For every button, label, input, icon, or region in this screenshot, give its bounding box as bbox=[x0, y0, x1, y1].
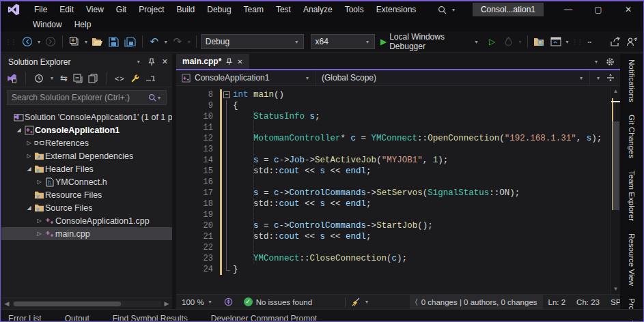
switch-views-icon[interactable] bbox=[7, 74, 17, 83]
tab-pin-icon[interactable] bbox=[226, 58, 232, 65]
menu-debug[interactable]: Debug bbox=[201, 3, 237, 16]
project-dropdown[interactable]: ConsoleApplication1 ▾ bbox=[176, 70, 316, 85]
bottom-tab-find-symbol-results[interactable]: Find Symbol Results bbox=[113, 314, 188, 321]
side-tab-team-explorer[interactable]: Team Explorer bbox=[628, 171, 636, 221]
collapsed-arrow-icon[interactable]: ▷ bbox=[35, 231, 44, 237]
panel-options-icon[interactable]: ▾ bbox=[136, 59, 141, 65]
code-line-24[interactable]: 24} bbox=[176, 264, 611, 275]
menu-analyze[interactable]: Analyze bbox=[297, 3, 339, 16]
tree-item-consoleapplication1[interactable]: ◢ConsoleApplication1 bbox=[1, 123, 172, 136]
show-all-files-icon[interactable] bbox=[88, 74, 98, 83]
code-line-12[interactable]: 12 MotomanController* c = YMConnect::Ope… bbox=[176, 133, 611, 144]
code-line-22[interactable]: 22 bbox=[176, 242, 611, 253]
code-line-18[interactable]: 18 std::cout << s << endl; bbox=[176, 199, 611, 209]
bottom-tab-error-list[interactable]: Error List bbox=[8, 314, 42, 321]
view-code-icon[interactable]: <> bbox=[115, 74, 125, 83]
code-line-8[interactable]: 8−int main() bbox=[176, 89, 611, 100]
editor-vscrollbar[interactable]: ▲ ▼ bbox=[611, 86, 620, 294]
output-window-icon[interactable] bbox=[548, 33, 563, 50]
hot-reload-button[interactable] bbox=[501, 33, 516, 50]
code-line-9[interactable]: 9{ bbox=[176, 100, 611, 111]
code-line-23[interactable]: 23 YMConnect::CloseConnection(c); bbox=[176, 253, 611, 264]
save-icon[interactable] bbox=[107, 33, 122, 50]
code-line-20[interactable]: 20 s = c->ControlCommands->StartJob(); bbox=[176, 220, 611, 231]
document-health-indicator[interactable]: ✓ No issues found bbox=[238, 295, 318, 309]
tree-item-references[interactable]: ▷References bbox=[1, 136, 172, 149]
bottom-tab-developer-command-prompt[interactable]: Developer Command Prompt bbox=[211, 314, 317, 321]
search-options-icon[interactable]: ▾ bbox=[156, 95, 162, 101]
code-editor[interactable]: 8−int main()9{10 StatusInfo s;1112 Motom… bbox=[176, 86, 611, 294]
menu-team[interactable]: Team bbox=[238, 3, 270, 16]
collapsed-arrow-icon[interactable]: ▷ bbox=[35, 218, 44, 224]
preview-selected-items-icon[interactable] bbox=[145, 74, 156, 83]
solution-explorer-search-input[interactable]: Search Solution Explorer (Ctrl+;) ▾ bbox=[7, 90, 167, 105]
feedback-icon[interactable] bbox=[624, 33, 639, 50]
tree-item-main.cpp[interactable]: ▷main.cpp bbox=[1, 227, 172, 240]
maximize-button[interactable]: ▢ bbox=[583, 1, 613, 18]
redo-dropdown-icon[interactable]: ▾ bbox=[186, 39, 192, 45]
output-window-dropdown-icon[interactable]: ▾ bbox=[565, 39, 570, 45]
line-indicator[interactable]: Ln: 2 bbox=[543, 295, 572, 309]
close-button[interactable]: ✕ bbox=[613, 1, 643, 18]
vscroll-thumb[interactable] bbox=[613, 121, 619, 210]
code-line-21[interactable]: 21 std::cout << s << endl; bbox=[176, 231, 611, 242]
navigate-forward-button[interactable] bbox=[43, 33, 58, 50]
pending-changes-filter-icon[interactable] bbox=[34, 74, 44, 83]
scroll-down-icon[interactable]: ▼ bbox=[611, 286, 620, 292]
menu-extensions[interactable]: Extensions bbox=[370, 3, 423, 16]
new-project-button[interactable] bbox=[67, 33, 82, 50]
menu-edit[interactable]: Edit bbox=[53, 3, 80, 16]
scroll-left-icon[interactable]: ◀ bbox=[1, 300, 12, 307]
collapsed-arrow-icon[interactable]: ▷ bbox=[25, 153, 33, 159]
solution-platform-combo[interactable]: x64▾ bbox=[311, 34, 375, 49]
editor-options-gear-icon[interactable] bbox=[606, 57, 615, 66]
tree-item-ymconnect.h[interactable]: ▷hYMConnect.h bbox=[1, 175, 172, 188]
code-line-16[interactable]: 16 bbox=[176, 177, 611, 188]
scroll-right-icon[interactable]: ▶ bbox=[161, 300, 172, 307]
tree-item-external-dependencies[interactable]: ▷External Dependencies bbox=[1, 149, 172, 162]
navigate-back-button[interactable] bbox=[20, 33, 35, 50]
bottom-tab-output[interactable]: Output bbox=[65, 314, 89, 321]
code-line-11[interactable]: 11 bbox=[176, 122, 611, 133]
hot-reload-dropdown-icon[interactable]: ▾ bbox=[518, 39, 523, 45]
codelens-changes-indicator[interactable]: 〈 0 changes | 0 authors, 0 changes bbox=[410, 295, 543, 309]
menu-help[interactable]: Help bbox=[68, 18, 98, 31]
minimize-button[interactable]: — bbox=[553, 1, 583, 18]
scope-dropdown[interactable]: (Global Scope) ▾ bbox=[316, 70, 590, 85]
expanded-arrow-icon[interactable]: ◢ bbox=[25, 205, 33, 211]
navbar-dropdown-icon[interactable]: ▾ bbox=[596, 75, 601, 81]
fold-collapse-box[interactable]: − bbox=[223, 89, 233, 100]
code-cleanup-button[interactable]: ▾ bbox=[346, 295, 375, 309]
menu-file[interactable]: File bbox=[28, 3, 53, 16]
tree-item-resource-files[interactable]: Resource Files bbox=[1, 188, 172, 201]
tree-item-source-files[interactable]: ◢Source Files bbox=[1, 201, 172, 214]
search-dropdown-icon[interactable]: ▾ bbox=[451, 7, 456, 13]
side-tab-resource-view[interactable]: Resource View bbox=[628, 233, 636, 286]
share-icon[interactable] bbox=[608, 33, 623, 50]
open-file-button[interactable] bbox=[90, 33, 105, 50]
hscroll-thumb[interactable] bbox=[14, 302, 121, 306]
solution-explorer-toolbar-icon[interactable] bbox=[532, 33, 547, 50]
menu-test[interactable]: Test bbox=[270, 3, 297, 16]
scroll-up-icon[interactable]: ▲ bbox=[611, 88, 620, 94]
properties-wrench-icon[interactable] bbox=[130, 74, 140, 83]
redo-button[interactable]: ↷ bbox=[170, 33, 185, 50]
accessibility-checker-icon[interactable] bbox=[219, 295, 238, 309]
side-tab-git-changes[interactable]: Git Changes bbox=[628, 115, 636, 158]
new-project-dropdown-icon[interactable]: ▾ bbox=[83, 39, 89, 45]
menu-build[interactable]: Build bbox=[171, 3, 201, 16]
undo-dropdown-icon[interactable]: ▾ bbox=[163, 39, 169, 45]
collapse-all-icon[interactable] bbox=[73, 74, 83, 83]
zoom-level-dropdown[interactable]: 100 %▾ bbox=[176, 295, 219, 309]
navigate-back-dropdown-icon[interactable]: ▾ bbox=[36, 39, 42, 45]
toolbar-grip[interactable]: ⋮⋮ bbox=[5, 38, 16, 46]
start-debugging-button[interactable]: ▶ Local Windows Debugger ▾ bbox=[376, 32, 484, 51]
expanded-arrow-icon[interactable]: ◢ bbox=[14, 127, 23, 133]
toolbar-overflow-icon[interactable]: •• bbox=[587, 39, 593, 45]
save-all-icon[interactable] bbox=[123, 33, 138, 50]
tree-item-consoleapplication1.cpp[interactable]: ▷ConsoleApplication1.cpp bbox=[1, 214, 172, 227]
tab-close-icon[interactable]: ✕ bbox=[237, 58, 242, 65]
code-line-15[interactable]: 15 std::cout << s << endl; bbox=[176, 166, 611, 177]
panel-close-icon[interactable]: ✕ bbox=[162, 57, 168, 66]
menu-project[interactable]: Project bbox=[132, 3, 170, 16]
